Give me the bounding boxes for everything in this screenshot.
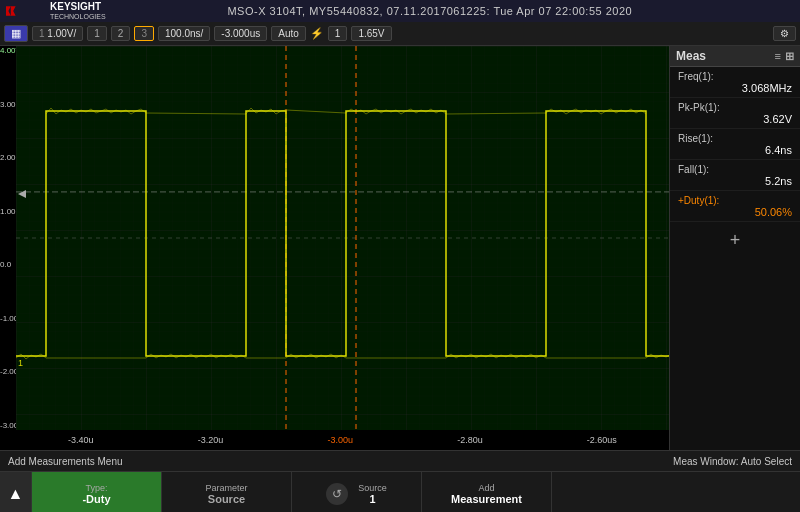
param-main-label: Source (208, 493, 245, 505)
nav-up-button[interactable]: ▲ (0, 472, 32, 512)
trigger-mode[interactable]: Auto (271, 26, 306, 41)
meas-rise-label: Rise(1): (678, 133, 713, 144)
meas-rise: Rise(1): 6.4ns (670, 129, 800, 160)
main-area: 4.00V 3.00 2.00 1.00 0.0 -1.00 -2.00 -3.… (0, 46, 800, 450)
meas-rise-value: 6.4ns (678, 144, 792, 156)
settings-btn[interactable]: ⚙ (773, 26, 796, 41)
param-top-label: Parameter (205, 483, 247, 493)
meas-title: Meas (676, 49, 706, 63)
keysight-logo-svg (6, 2, 46, 20)
ch3-label: 2 (118, 28, 124, 39)
add-top-label: Add (478, 483, 494, 493)
meas-add-button[interactable]: + (730, 230, 741, 251)
trigger-level-label: 1.65V (358, 28, 384, 39)
logo: KEYSIGHT TECHNOLOGIES (6, 1, 106, 21)
add-measurement-button[interactable]: Add Measurement (422, 472, 552, 512)
timebase-label: 100.0ns/ (165, 28, 203, 39)
settings-icon: ⚙ (780, 28, 789, 39)
nav-up-icon: ▲ (8, 485, 24, 503)
type-button[interactable]: Type: -Duty (32, 472, 162, 512)
logo-text: KEYSIGHT TECHNOLOGIES (50, 1, 106, 21)
meas-duty: +Duty(1): 50.06% (670, 191, 800, 222)
ch2-marker[interactable]: 1 (87, 26, 107, 41)
meas-pkpk: Pk-Pk(1): 3.62V (670, 98, 800, 129)
source-main-label: 1 (369, 493, 375, 505)
trigger-icon: ⚡ (310, 27, 324, 40)
type-main-label: -Duty (82, 493, 110, 505)
status-right: Meas Window: Auto Select (673, 456, 792, 467)
meas-fall: Fall(1): 5.2ns (670, 160, 800, 191)
trigger-level[interactable]: 1.65V (351, 26, 391, 41)
toolbar-grid-icon[interactable]: ▦ (4, 25, 28, 42)
meas-pkpk-label: Pk-Pk(1): (678, 102, 720, 113)
serial-label: MY55440832, (309, 5, 383, 17)
datetime-label: 07.11.2017061225: Tue Apr 07 22:00:55 20… (387, 5, 632, 17)
svg-marker-1 (11, 6, 16, 16)
meas-fall-label: Fall(1): (678, 164, 709, 175)
ch4-label: 3 (141, 28, 147, 39)
y-axis-labels: 4.00V 3.00 2.00 1.00 0.0 -1.00 -2.00 -3.… (0, 46, 16, 430)
meas-duty-value: 50.06% (678, 206, 792, 218)
source-button[interactable]: ↺ Source 1 (292, 472, 422, 512)
meas-freq-value: 3.068MHz (678, 82, 792, 94)
x-axis-labels: -3.40u -3.20u -3.00u -2.80u -2.60us (16, 430, 669, 450)
status-bar: Add Measurements Menu Meas Window: Auto … (0, 450, 800, 472)
trigger-ch[interactable]: 1 (328, 26, 348, 41)
meas-pkpk-value: 3.62V (678, 113, 792, 125)
timebase-value[interactable]: 100.0ns/ (158, 26, 210, 41)
meas-icon-2[interactable]: ⊞ (785, 50, 794, 63)
bottom-menu: ▲ Type: -Duty Parameter Source ↺ Source … (0, 472, 800, 512)
svg-marker-0 (6, 6, 11, 16)
param-source-button[interactable]: Parameter Source (162, 472, 292, 512)
delay-label: -3.000us (221, 28, 260, 39)
ch1-coupling-label: 1.00V/ (47, 28, 76, 39)
meas-freq: Freq(1): 3.068MHz (670, 67, 800, 98)
meas-header: Meas ≡ ⊞ (670, 46, 800, 67)
title-bar: KEYSIGHT TECHNOLOGIES MSO-X 3104T, MY554… (0, 0, 800, 22)
ch4-marker[interactable]: 3 (134, 26, 154, 41)
svg-text:1: 1 (18, 358, 23, 368)
meas-freq-label: Freq(1): (678, 71, 714, 82)
trigger-mode-label: Auto (278, 28, 299, 39)
meas-icon-1[interactable]: ≡ (775, 50, 781, 63)
meas-panel: Meas ≡ ⊞ Freq(1): 3.068MHz Pk-Pk(1): 3.6… (670, 46, 800, 450)
ch1-voltage[interactable]: 1 1.00V/ (32, 26, 83, 41)
trigger-ch-label: 1 (335, 28, 341, 39)
source-rotate-knob[interactable]: ↺ (326, 483, 348, 505)
meas-fall-value: 5.2ns (678, 175, 792, 187)
source-top-label: Source (358, 483, 387, 493)
model-label: MSO-X 3104T, (227, 5, 305, 17)
add-main-label: Measurement (451, 493, 522, 505)
ch2-label: 1 (94, 28, 100, 39)
type-top-label: Type: (85, 483, 107, 493)
rotate-icon: ↺ (332, 487, 342, 501)
status-left: Add Measurements Menu (8, 456, 673, 467)
scope-waveform-svg: 1 (16, 46, 669, 430)
scope-display[interactable]: 4.00V 3.00 2.00 1.00 0.0 -1.00 -2.00 -3.… (0, 46, 670, 450)
toolbar: ▦ 1 1.00V/ 1 2 3 100.0ns/ -3.000us Auto … (0, 22, 800, 46)
delay-value[interactable]: -3.000us (214, 26, 267, 41)
ch3-marker[interactable]: 2 (111, 26, 131, 41)
scope-id: MSO-X 3104T, MY55440832, 07.11.201706122… (227, 5, 632, 17)
meas-duty-label: +Duty(1): (678, 195, 719, 206)
